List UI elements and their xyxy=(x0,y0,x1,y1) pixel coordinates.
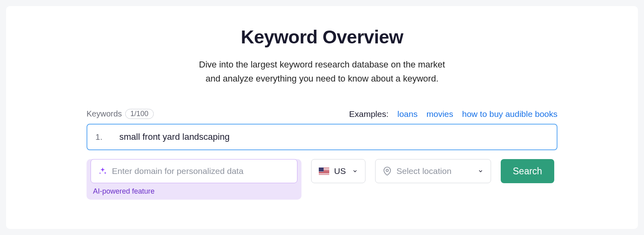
domain-block: AI-powered feature xyxy=(87,159,301,200)
subtitle-line-1: Dive into the largest keyword research d… xyxy=(199,59,445,69)
keywords-label: Keywords xyxy=(87,109,122,119)
keywords-label-wrap: Keywords 1/100 xyxy=(87,109,154,119)
svg-point-0 xyxy=(386,170,388,172)
page-subtitle: Dive into the largest keyword research d… xyxy=(87,57,557,86)
flag-us-icon xyxy=(319,168,329,175)
search-button[interactable]: Search xyxy=(501,159,554,183)
example-link-movies[interactable]: movies xyxy=(426,109,453,119)
chevron-down-icon xyxy=(352,168,358,174)
keyword-input-wrap[interactable]: 1. xyxy=(87,124,557,150)
example-link-audible[interactable]: how to buy audible books xyxy=(462,109,557,119)
chevron-down-icon xyxy=(478,168,483,174)
keywords-count-badge: 1/100 xyxy=(125,109,154,119)
controls-row: AI-powered feature US Select location Se… xyxy=(87,159,557,200)
example-link-loans[interactable]: loans xyxy=(397,109,417,119)
input-header-row: Keywords 1/100 Examples: loans movies ho… xyxy=(87,109,557,119)
country-code: US xyxy=(334,166,346,176)
subtitle-line-2: and analyze everything you need to know … xyxy=(206,74,439,84)
keyword-index: 1. xyxy=(95,132,103,142)
country-select[interactable]: US xyxy=(311,159,365,183)
keyword-input[interactable] xyxy=(120,132,549,142)
examples-label: Examples: xyxy=(349,109,388,119)
location-select[interactable]: Select location xyxy=(375,159,491,183)
keyword-overview-card: Keyword Overview Dive into the largest k… xyxy=(6,6,638,229)
domain-input-wrap[interactable] xyxy=(91,159,297,183)
domain-input[interactable] xyxy=(112,166,290,176)
map-pin-icon xyxy=(383,167,392,176)
page-title: Keyword Overview xyxy=(87,26,557,48)
sparkle-icon xyxy=(98,167,107,176)
ai-feature-label: AI-powered feature xyxy=(91,187,297,196)
examples-wrap: Examples: loans movies how to buy audibl… xyxy=(349,109,557,119)
location-placeholder: Select location xyxy=(396,166,452,176)
